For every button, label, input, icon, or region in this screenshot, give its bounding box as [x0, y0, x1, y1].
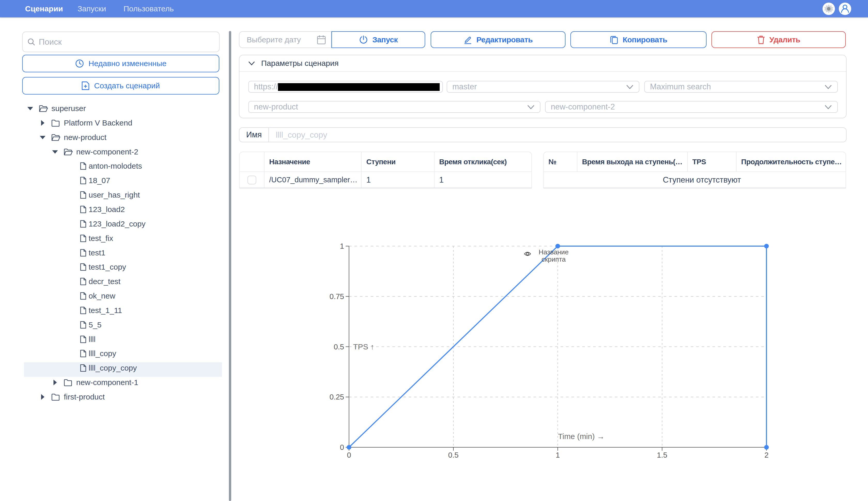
svg-text:1.5: 1.5 — [657, 451, 667, 459]
svg-text:2: 2 — [764, 451, 769, 459]
svg-text:Time (min) →: Time (min) → — [558, 432, 605, 440]
svg-text:0.25: 0.25 — [330, 393, 344, 401]
svg-text:0: 0 — [340, 443, 344, 451]
svg-text:0.5: 0.5 — [334, 343, 344, 351]
svg-text:1: 1 — [556, 451, 560, 459]
svg-text:скрипта: скрипта — [541, 255, 566, 263]
svg-text:TPS ↑: TPS ↑ — [353, 342, 374, 351]
svg-text:Название: Название — [539, 248, 569, 256]
svg-text:1: 1 — [340, 242, 344, 250]
svg-text:0.75: 0.75 — [330, 292, 344, 301]
svg-text:0.5: 0.5 — [448, 451, 458, 459]
svg-text:0: 0 — [347, 451, 351, 459]
